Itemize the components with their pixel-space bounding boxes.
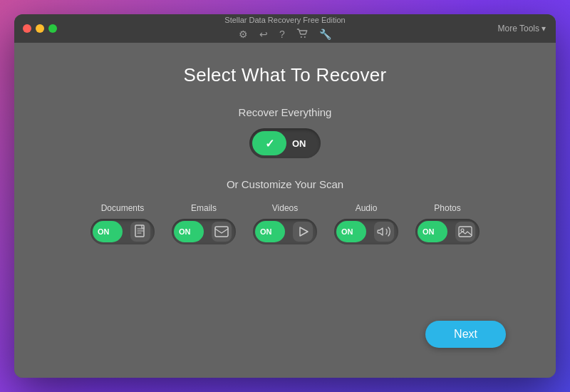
category-documents: Documents ON bbox=[90, 203, 155, 244]
videos-toggle[interactable]: ON bbox=[253, 219, 317, 244]
more-tools-arrow: ▾ bbox=[542, 24, 546, 33]
svg-point-0 bbox=[300, 36, 301, 38]
photos-icon bbox=[455, 222, 475, 242]
emails-toggle[interactable]: ON bbox=[172, 219, 236, 244]
app-window: Stellar Data Recovery Free Edition ⚙ ↩ ?… bbox=[14, 14, 556, 378]
emails-on-label: ON bbox=[179, 227, 191, 236]
main-content: Select What To Recover Recover Everythin… bbox=[14, 43, 556, 378]
titlebar: Stellar Data Recovery Free Edition ⚙ ↩ ?… bbox=[14, 14, 556, 43]
maximize-button[interactable] bbox=[48, 24, 57, 33]
svg-rect-3 bbox=[215, 227, 228, 237]
recover-everything-toggle-container: ✓ ON bbox=[249, 128, 321, 158]
documents-on-label: ON bbox=[98, 227, 110, 236]
toggle-thumb: ✓ bbox=[252, 131, 286, 155]
emails-icon bbox=[212, 222, 232, 242]
app-title: Stellar Data Recovery Free Edition bbox=[224, 16, 345, 24]
cart-icon[interactable] bbox=[294, 27, 311, 42]
svg-rect-5 bbox=[459, 227, 472, 237]
svg-point-1 bbox=[304, 36, 305, 38]
minimize-button[interactable] bbox=[36, 24, 44, 33]
recover-everything-toggle[interactable]: ✓ ON bbox=[249, 128, 321, 158]
audio-on-label: ON bbox=[341, 227, 353, 236]
category-emails: Emails ON bbox=[172, 203, 236, 244]
page-title: Select What To Recover bbox=[183, 64, 386, 86]
videos-on-label: ON bbox=[260, 227, 272, 236]
help-icon[interactable]: ? bbox=[276, 27, 288, 41]
content-wrapper: Select What To Recover Recover Everythin… bbox=[43, 64, 527, 363]
traffic-lights bbox=[23, 24, 57, 33]
audio-toggle[interactable]: ON bbox=[334, 219, 398, 244]
photos-on-label: ON bbox=[423, 227, 435, 236]
next-button[interactable]: Next bbox=[425, 321, 506, 348]
toolbar-icons: ⚙ ↩ ? 🔧 bbox=[236, 27, 334, 42]
category-photos: Photos ON bbox=[415, 203, 480, 244]
recover-everything-label: Recover Everything bbox=[239, 106, 332, 118]
documents-toggle[interactable]: ON bbox=[90, 219, 155, 244]
videos-icon bbox=[293, 222, 313, 242]
svg-marker-4 bbox=[300, 227, 308, 236]
category-audio: Audio ON bbox=[334, 203, 398, 244]
more-tools-label: More Tools bbox=[498, 24, 539, 33]
back-icon[interactable]: ↩ bbox=[256, 27, 271, 41]
photos-toggle[interactable]: ON bbox=[415, 219, 480, 244]
audio-icon bbox=[374, 222, 394, 242]
check-icon: ✓ bbox=[265, 137, 274, 150]
settings-icon[interactable]: ⚙ bbox=[236, 27, 251, 41]
toggle-on-label: ON bbox=[292, 138, 306, 149]
title-center: Stellar Data Recovery Free Edition ⚙ ↩ ?… bbox=[224, 16, 345, 42]
videos-label: Videos bbox=[272, 203, 298, 213]
tools-icon[interactable]: 🔧 bbox=[316, 27, 334, 41]
svg-point-6 bbox=[461, 229, 464, 232]
categories-row: Documents ON bbox=[43, 203, 527, 244]
category-videos: Videos ON bbox=[253, 203, 317, 244]
documents-icon bbox=[130, 222, 150, 242]
close-button[interactable] bbox=[23, 24, 31, 33]
audio-label: Audio bbox=[356, 203, 378, 213]
more-tools-button[interactable]: More Tools ▾ bbox=[498, 24, 546, 33]
customize-label: Or Customize Your Scan bbox=[227, 178, 343, 190]
photos-label: Photos bbox=[434, 203, 460, 213]
emails-label: Emails bbox=[191, 203, 217, 213]
documents-label: Documents bbox=[101, 203, 145, 213]
